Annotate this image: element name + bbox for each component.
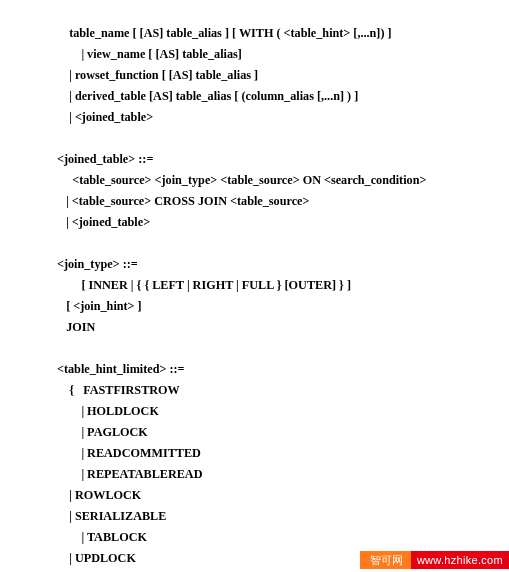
code-line: <joined_table> ::= <box>57 152 153 166</box>
code-line: | HOLDLOCK <box>57 404 159 418</box>
code-line: <table_source> <join_type> <table_source… <box>57 173 426 187</box>
watermark-badge: 智可网 www.hzhike.com <box>360 551 509 569</box>
code-line: | REPEATABLEREAD <box>57 467 202 481</box>
code-line: | rowset_function [ [AS] table_alias ] <box>57 68 258 82</box>
code-line: [ INNER | { { LEFT | RIGHT | FULL } [OUT… <box>57 278 351 292</box>
code-line: | PAGLOCK <box>57 425 148 439</box>
code-line: { FASTFIRSTROW <box>57 383 180 397</box>
code-line: [ <join_hint> ] <box>57 299 142 313</box>
watermark-badge-name: 智可网 <box>360 551 411 569</box>
code-line: <join_type> ::= <box>57 257 138 271</box>
code-line: JOIN <box>57 320 95 334</box>
code-line: <table_hint_limited> ::= <box>57 362 184 376</box>
code-line: | derived_table [AS] table_alias [ (colu… <box>57 89 358 103</box>
code-line: table_name [ [AS] table_alias ] [ WITH (… <box>57 26 392 40</box>
page-root: table_name [ [AS] table_alias ] [ WITH (… <box>0 0 509 572</box>
code-line: | <joined_table> <box>57 215 150 229</box>
code-line: | view_name [ [AS] table_alias] <box>57 47 242 61</box>
code-line: | UPDLOCK <box>57 551 136 565</box>
watermark-badge-url: www.hzhike.com <box>411 551 509 569</box>
code-line: | SERIALIZABLE <box>57 509 166 523</box>
code-line: | READCOMMITTED <box>57 446 201 460</box>
sql-syntax-block: table_name [ [AS] table_alias ] [ WITH (… <box>57 2 426 572</box>
code-line: | ROWLOCK <box>57 488 141 502</box>
code-line: | TABLOCK <box>57 530 147 544</box>
code-line: | <joined_table> <box>57 110 153 124</box>
code-line: | <table_source> CROSS JOIN <table_sourc… <box>57 194 309 208</box>
